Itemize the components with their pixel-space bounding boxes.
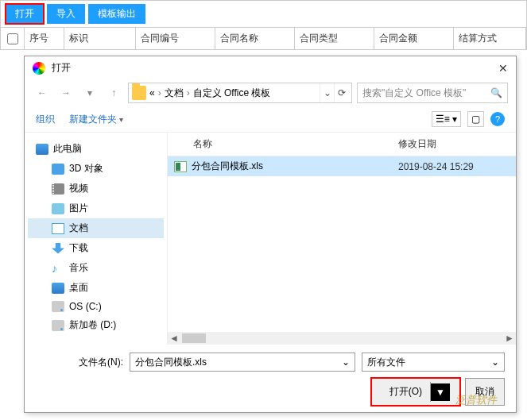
video-icon — [52, 183, 64, 195]
crumb-dropdown-icon[interactable]: ⌄ — [320, 83, 334, 102]
col-flag: 标识 — [64, 28, 136, 49]
filename-input[interactable]: 分包合同模板.xls ⌄ — [130, 353, 355, 372]
drive-icon — [52, 301, 64, 312]
col-index: 序号 — [25, 28, 64, 49]
col-name: 合同名称 — [215, 28, 295, 49]
col-settle: 结算方式 — [454, 28, 526, 49]
tree-label: OS (C:) — [69, 301, 102, 312]
tree-label: 图片 — [69, 202, 88, 215]
drive-icon — [52, 320, 64, 331]
search-input[interactable]: 搜索"自定义 Office 模板" 🔍 — [357, 83, 508, 103]
tree-video[interactable]: 视频 — [28, 179, 164, 198]
close-icon[interactable]: ✕ — [498, 62, 508, 75]
chevron-right-icon: › — [158, 87, 161, 98]
chevron-down-icon[interactable]: ⌄ — [491, 356, 499, 368]
file-date: 2019-08-24 15:29 — [398, 161, 510, 172]
cancel-button[interactable]: 取消 — [465, 378, 505, 406]
tree-label: 下载 — [69, 241, 88, 255]
nav-back-icon[interactable]: ← — [33, 83, 52, 102]
preview-pane-button[interactable]: ▢ — [467, 111, 484, 127]
organize-menu[interactable]: 组织 — [36, 113, 55, 126]
tree-label: 视频 — [69, 182, 88, 195]
tree-label: 文档 — [69, 222, 88, 235]
nav-up-icon[interactable]: ↑ — [104, 83, 123, 102]
col-type: 合同类型 — [295, 28, 374, 49]
tree-label: 此电脑 — [53, 142, 82, 156]
column-date[interactable]: 修改日期 — [398, 137, 510, 151]
scroll-thumb[interactable] — [182, 333, 206, 343]
breadcrumb[interactable]: « › 文档 › 自定义 Office 模板 ⌄ ⟳ — [128, 83, 352, 103]
xls-icon — [174, 161, 187, 172]
document-icon — [52, 223, 64, 234]
tree-3d[interactable]: 3D 对象 — [28, 159, 164, 179]
file-list: 名称 修改日期 分包合同模板.xls 2019-08-24 15:29 ◄ ► — [168, 133, 516, 345]
scroll-left-icon[interactable]: ◄ — [168, 333, 180, 344]
music-icon: ♪ — [52, 263, 64, 274]
cube-icon — [52, 164, 64, 175]
nav-recent-icon[interactable]: ▾ — [80, 83, 99, 102]
filename-value: 分包合同模板.xls — [135, 356, 207, 369]
open-split-dropdown[interactable]: ▼ — [431, 383, 450, 401]
dialog-title: 打开 — [52, 61, 498, 75]
tree-doc[interactable]: 文档 — [28, 218, 164, 238]
app-toolbar: 打开 导入 模板输出 — [0, 0, 527, 28]
tree-label: 3D 对象 — [69, 162, 103, 175]
app-logo-icon — [33, 62, 45, 75]
crumb-folder[interactable]: 自定义 Office 模板 — [193, 87, 271, 100]
grid-header: 序号 标识 合同编号 合同名称 合同类型 合同金额 结算方式 — [0, 28, 527, 50]
nav-forward-icon[interactable]: → — [56, 83, 76, 102]
file-open-dialog: 打开 ✕ ← → ▾ ↑ « › 文档 › 自定义 Office 模板 ⌄ ⟳ … — [24, 56, 517, 413]
tree-newd[interactable]: 新加卷 (D:) — [28, 315, 164, 335]
crumb-refresh-icon[interactable]: ⟳ — [334, 83, 348, 102]
tree-image[interactable]: 图片 — [28, 198, 164, 218]
toolbar-export-template-button[interactable]: 模板输出 — [88, 4, 145, 24]
column-name[interactable]: 名称 — [174, 137, 398, 151]
tree-this-pc[interactable]: 此电脑 — [28, 139, 164, 159]
toolbar-import-button[interactable]: 导入 — [47, 4, 85, 24]
filter-value: 所有文件 — [367, 356, 405, 369]
col-amount: 合同金额 — [374, 28, 454, 49]
open-button-label: 打开(O) — [382, 382, 431, 402]
col-no: 合同编号 — [136, 28, 215, 49]
desktop-icon — [52, 283, 64, 294]
chevron-down-icon[interactable]: ⌄ — [342, 356, 350, 368]
tree-label: 桌面 — [69, 281, 88, 295]
tree-download[interactable]: 下载 — [28, 238, 164, 258]
pc-icon — [36, 144, 48, 155]
file-name: 分包合同模板.xls — [192, 160, 263, 173]
tree-music[interactable]: ♪音乐 — [28, 258, 164, 278]
download-icon — [52, 243, 64, 254]
chevron-right-icon: › — [187, 87, 190, 98]
search-icon: 🔍 — [490, 87, 502, 98]
filename-label: 文件名(N): — [36, 356, 123, 369]
crumb-doc[interactable]: 文档 — [165, 87, 184, 100]
scroll-right-icon[interactable]: ► — [503, 333, 516, 344]
view-mode-button[interactable]: ☰≡ ▾ — [432, 111, 461, 127]
file-row[interactable]: 分包合同模板.xls 2019-08-24 15:29 — [168, 156, 516, 176]
file-type-filter[interactable]: 所有文件 ⌄ — [362, 353, 505, 372]
horizontal-scrollbar[interactable]: ◄ ► — [168, 332, 516, 345]
tree-label: 新加卷 (D:) — [69, 318, 116, 332]
crumb-prev: « — [149, 87, 155, 98]
tree-label: 音乐 — [69, 261, 88, 275]
toolbar-open-button[interactable]: 打开 — [6, 4, 44, 24]
tree-osc[interactable]: OS (C:) — [28, 298, 164, 315]
image-icon — [52, 203, 64, 214]
tree-desktop[interactable]: 桌面 — [28, 278, 164, 298]
folder-tree: 此电脑 3D 对象 视频 图片 文档 下载 ♪音乐 桌面 OS (C:) 新加卷… — [25, 133, 168, 345]
folder-icon — [132, 86, 146, 100]
search-placeholder: 搜索"自定义 Office 模板" — [362, 87, 466, 100]
help-icon[interactable]: ? — [490, 112, 505, 126]
select-all-checkbox[interactable] — [7, 33, 18, 44]
open-button[interactable]: 打开(O) ▼ — [371, 378, 460, 406]
new-folder-button[interactable]: 新建文件夹 — [69, 113, 123, 126]
